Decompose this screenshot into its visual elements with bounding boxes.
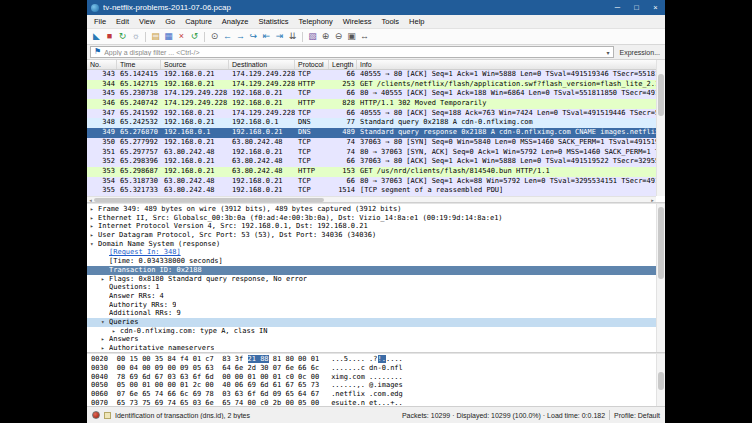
column-header[interactable]: Time bbox=[117, 60, 161, 69]
packet-list-vscrollbar[interactable] bbox=[656, 60, 665, 196]
go-to-packet-icon[interactable]: ↪ bbox=[247, 29, 260, 44]
filter-dropdown-icon[interactable]: ▾ bbox=[607, 49, 610, 56]
restart-capture-icon[interactable]: ↻ bbox=[116, 29, 129, 44]
detail-row[interactable]: ▸ Flags: 0x8180 Standard query response,… bbox=[87, 275, 665, 284]
expand-arrow-icon[interactable]: ▸ bbox=[90, 214, 98, 223]
hex-row[interactable]: 0030 00 04 00 09 00 09 05 63 64 6e 2d 30… bbox=[87, 364, 665, 373]
packet-list-hscrollbar[interactable]: ◂ ▸ bbox=[87, 196, 656, 202]
detail-row[interactable]: ▸ Ethernet II, Src: Globalsc_00:3b:0a (f… bbox=[87, 214, 665, 223]
expand-arrow-icon[interactable]: ▸ bbox=[90, 231, 98, 240]
profile-text[interactable]: Profile: Default bbox=[614, 412, 660, 419]
packet-row[interactable]: 346 65.240742 174.129.249.228 192.168.0.… bbox=[87, 99, 665, 109]
expand-arrow-icon[interactable]: ▸ bbox=[101, 344, 109, 352]
menu-item[interactable]: Wireless bbox=[338, 15, 377, 28]
expand-arrow-icon[interactable] bbox=[101, 292, 109, 301]
menu-item[interactable]: Edit bbox=[111, 15, 134, 28]
open-file-icon[interactable]: ▤ bbox=[149, 29, 162, 44]
detail-row[interactable]: Transaction ID: 0x2188 bbox=[87, 266, 665, 275]
expert-info-icon[interactable] bbox=[92, 411, 100, 419]
column-header[interactable]: Destination bbox=[229, 60, 295, 69]
hex-row[interactable]: 0020 00 15 00 35 84 f4 01 c7 83 3f 21 88… bbox=[87, 355, 665, 364]
minimize-button[interactable]: ─ bbox=[608, 0, 627, 15]
hex-vscroll-thumb[interactable] bbox=[658, 372, 664, 390]
expand-arrow-icon[interactable] bbox=[101, 257, 109, 266]
menu-item[interactable]: Telephony bbox=[294, 15, 338, 28]
packet-row[interactable]: 347 65.241592 192.168.0.21 174.129.249.2… bbox=[87, 109, 665, 119]
vscroll-thumb[interactable] bbox=[658, 74, 664, 116]
detail-row[interactable]: Questions: 1 bbox=[87, 283, 665, 292]
hex-vscrollbar[interactable] bbox=[656, 354, 665, 406]
scroll-right-icon[interactable]: ▸ bbox=[649, 197, 656, 203]
details-vscroll-thumb[interactable] bbox=[658, 207, 664, 279]
detail-row[interactable]: ▾ Domain Name System (response) bbox=[87, 240, 665, 249]
toolbar-separator[interactable] bbox=[204, 32, 205, 42]
expression-button[interactable]: Expression... bbox=[618, 49, 662, 56]
packet-row[interactable]: 350 65.277992 192.168.0.21 63.80.242.48 … bbox=[87, 138, 665, 148]
expand-arrow-icon[interactable]: ▸ bbox=[90, 205, 98, 214]
capture-comment-icon[interactable] bbox=[104, 412, 111, 419]
column-header[interactable]: Info bbox=[357, 60, 665, 69]
expand-arrow-icon[interactable]: ▸ bbox=[112, 327, 120, 336]
detail-row[interactable]: ▸ Answers bbox=[87, 335, 665, 344]
detail-row[interactable]: [Request In: 348] bbox=[87, 248, 665, 257]
go-forward-icon[interactable]: → bbox=[234, 29, 247, 44]
menu-item[interactable]: Go bbox=[160, 15, 180, 28]
expand-arrow-icon[interactable] bbox=[101, 283, 109, 292]
column-header[interactable]: No. bbox=[87, 60, 117, 69]
packet-row[interactable]: 355 65.321733 63.80.242.48 192.168.0.21 … bbox=[87, 186, 665, 196]
column-header[interactable]: Length bbox=[329, 60, 357, 69]
zoom-out-icon[interactable]: ⊖ bbox=[332, 29, 345, 44]
menu-item[interactable]: Tools bbox=[377, 15, 405, 28]
stop-capture-icon[interactable]: ■ bbox=[103, 29, 116, 44]
column-header[interactable]: Protocol bbox=[295, 60, 329, 69]
expand-arrow-icon[interactable]: ▾ bbox=[101, 318, 109, 327]
packet-row[interactable]: 352 65.298396 192.168.0.21 63.80.242.48 … bbox=[87, 157, 665, 167]
detail-row[interactable]: Authority RRs: 9 bbox=[87, 301, 665, 310]
detail-row[interactable]: ▸ Internet Protocol Version 4, Src: 192.… bbox=[87, 222, 665, 231]
expand-arrow-icon[interactable]: ▾ bbox=[90, 240, 98, 249]
packet-row[interactable]: 348 65.242532 192.168.0.21 192.168.0.1 D… bbox=[87, 118, 665, 128]
start-capture-icon[interactable]: ◣ bbox=[90, 29, 103, 44]
capture-options-icon[interactable]: ☼ bbox=[129, 29, 142, 44]
packet-row[interactable]: 343 65.142415 192.168.0.21 174.129.249.2… bbox=[87, 70, 665, 80]
toolbar-separator[interactable] bbox=[302, 32, 303, 42]
column-header[interactable]: Source bbox=[161, 60, 229, 69]
detail-row[interactable]: [Time: 0.034338000 seconds] bbox=[87, 257, 665, 266]
menu-item[interactable]: View bbox=[134, 15, 160, 28]
packet-row[interactable]: 351 65.297757 63.80.242.48 192.168.0.21 … bbox=[87, 148, 665, 158]
menu-item[interactable]: File bbox=[89, 15, 111, 28]
details-vscrollbar[interactable] bbox=[656, 204, 665, 352]
packet-row[interactable]: 353 65.298687 192.168.0.21 63.80.242.48 … bbox=[87, 167, 665, 177]
menu-item[interactable]: Statistics bbox=[254, 15, 294, 28]
expand-arrow-icon[interactable] bbox=[101, 309, 109, 318]
packet-row[interactable]: 345 65.230738 174.129.249.228 192.168.0.… bbox=[87, 89, 665, 99]
menu-item[interactable]: Help bbox=[404, 15, 429, 28]
display-filter-input[interactable]: ⚑ Apply a display filter ... <Ctrl-/> ▾ bbox=[90, 46, 614, 58]
save-file-icon[interactable]: ▦ bbox=[162, 29, 175, 44]
packet-row[interactable]: 354 65.318730 63.80.242.48 192.168.0.21 … bbox=[87, 177, 665, 187]
maximize-button[interactable]: □ bbox=[627, 0, 646, 15]
zoom-in-icon[interactable]: ⊕ bbox=[319, 29, 332, 44]
menu-item[interactable]: Analyze bbox=[217, 15, 254, 28]
expand-arrow-icon[interactable]: ▸ bbox=[101, 335, 109, 344]
zoom-100-icon[interactable]: ▣ bbox=[345, 29, 358, 44]
reload-file-icon[interactable]: ↺ bbox=[188, 29, 201, 44]
expand-arrow-icon[interactable] bbox=[101, 301, 109, 310]
detail-row[interactable]: ▸ Authoritative nameservers bbox=[87, 344, 665, 352]
detail-row[interactable]: Additional RRs: 9 bbox=[87, 309, 665, 318]
expand-arrow-icon[interactable] bbox=[101, 248, 109, 257]
detail-row[interactable]: ▸ Frame 349: 489 bytes on wire (3912 bit… bbox=[87, 205, 665, 214]
first-packet-icon[interactable]: ⇤ bbox=[260, 29, 273, 44]
hex-row[interactable]: 0040 78 69 6d 67 03 63 6f 6d 00 00 01 00… bbox=[87, 373, 665, 382]
hex-row[interactable]: 0050 05 00 01 00 00 01 2c 00 40 06 69 6d… bbox=[87, 381, 665, 390]
go-back-icon[interactable]: ← bbox=[221, 29, 234, 44]
detail-row[interactable]: Answer RRs: 4 bbox=[87, 292, 665, 301]
close-button[interactable]: × bbox=[646, 0, 665, 15]
colorize-icon[interactable]: ▧ bbox=[306, 29, 319, 44]
detail-row[interactable]: ▸ User Datagram Protocol, Src Port: 53 (… bbox=[87, 231, 665, 240]
toolbar-separator[interactable] bbox=[145, 32, 146, 42]
packet-row[interactable]: 349 65.276870 192.168.0.1 192.168.0.21 D… bbox=[87, 128, 665, 138]
expand-arrow-icon[interactable] bbox=[101, 266, 109, 275]
hex-row[interactable]: 0070 65 73 75 69 74 65 03 6e 65 74 00 c0… bbox=[87, 399, 665, 406]
hscroll-thumb[interactable] bbox=[94, 198, 324, 202]
